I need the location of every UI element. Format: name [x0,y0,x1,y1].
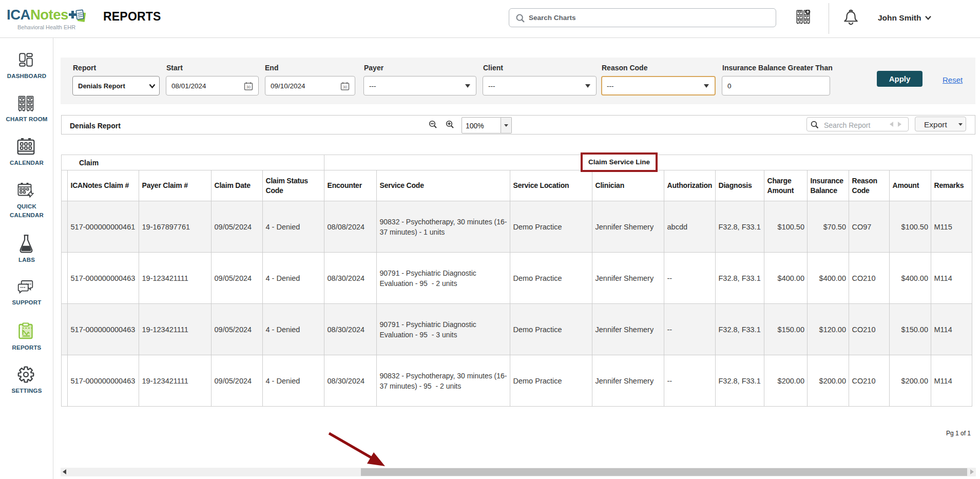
svg-text:30: 30 [246,85,251,89]
svg-text:30: 30 [343,85,347,89]
